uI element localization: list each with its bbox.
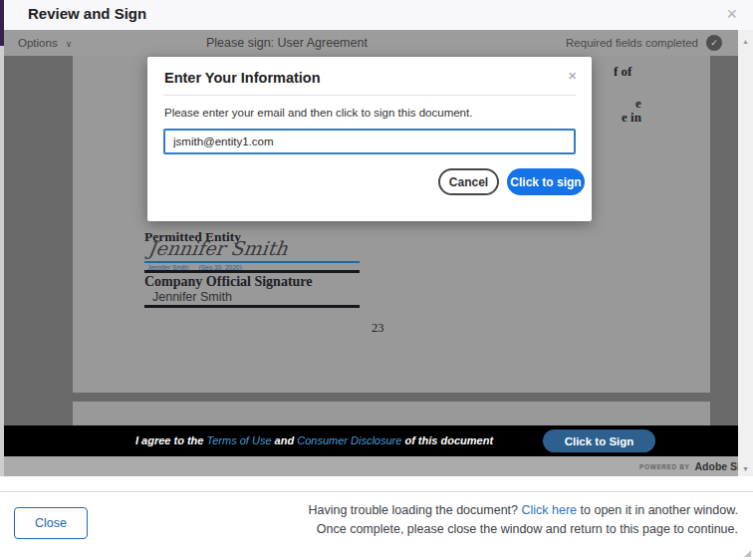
signature-script: Jennifer Smith — [146, 237, 289, 259]
footer-help-text: Having trouble loading the document? Cli… — [180, 501, 738, 539]
document-title: Please sign: User Agreement — [206, 30, 368, 56]
email-input[interactable] — [163, 129, 576, 154]
terms-of-use-link[interactable]: Terms of Use — [207, 434, 272, 446]
doc-text-fragment: f of — [614, 64, 631, 80]
footer-divider — [0, 491, 753, 492]
dialog-titlebar: Review and Sign × — [4, 0, 753, 30]
page-number: 23 — [372, 321, 384, 336]
doc-text-fragment: e in — [622, 110, 641, 126]
click-here-link[interactable]: Click here — [522, 503, 578, 517]
agree-middle: and — [272, 434, 298, 446]
agree-prefix: I agree to the — [135, 434, 207, 446]
dialog-close-icon[interactable]: × — [726, 4, 737, 24]
modal-close-icon[interactable]: × — [568, 67, 577, 84]
review-and-sign-dialog: Review and Sign × Options ∨ Please sign:… — [0, 0, 753, 560]
help-line1-pre: Having trouble loading the document? — [308, 503, 521, 517]
modal-divider — [163, 95, 576, 96]
dialog-title: Review and Sign — [28, 5, 146, 22]
powered-by-label: POWERED BY — [639, 463, 689, 470]
cancel-button[interactable]: Cancel — [438, 168, 499, 195]
help-line1-post: to open it in another window. — [577, 503, 738, 517]
consumer-disclosure-link[interactable]: Consumer Disclosure — [297, 434, 401, 446]
click-to-sign-button[interactable]: Click to Sign — [543, 429, 655, 452]
help-line2: Once complete, please close the window a… — [317, 522, 738, 536]
check-circle-icon: ✓ — [706, 35, 722, 51]
options-label: Options — [18, 37, 58, 49]
required-fields-label: Required fields completed — [566, 37, 698, 49]
powered-by-strip: POWERED BY Adobe Si — [4, 456, 738, 476]
click-to-sign-modal-button[interactable]: Click to sign — [507, 168, 585, 195]
check-icon: ✓ — [710, 38, 718, 48]
modal-title: Enter Your Information — [164, 70, 321, 86]
close-button[interactable]: Close — [14, 507, 88, 539]
signature-underline — [144, 261, 360, 263]
scroll-up-icon[interactable]: ▲ — [738, 38, 753, 45]
sign-toolbar: Options ∨ Please sign: User Agreement Re… — [4, 30, 738, 56]
required-fields-status: Required fields completed ✓ — [566, 30, 722, 56]
divider-line — [144, 305, 360, 308]
dialog-footer: Close Having trouble loading the documen… — [0, 476, 753, 560]
scroll-down-icon[interactable]: ▼ — [738, 465, 753, 472]
options-menu[interactable]: Options ∨ — [18, 30, 72, 57]
company-official-label: Company Official Signature — [144, 274, 313, 290]
company-official-name: Jennifer Smith — [152, 290, 232, 304]
agree-suffix: of this document — [401, 434, 493, 446]
chevron-down-icon: ∨ — [66, 39, 73, 49]
agree-bar: I agree to the Terms of Use and Consumer… — [4, 425, 738, 456]
modal-actions: Cancel Click to sign — [438, 168, 585, 195]
enter-information-modal: Enter Your Information × Please enter yo… — [147, 57, 592, 221]
resize-handle-icon[interactable]: ◢ — [744, 548, 751, 558]
divider-line — [144, 270, 360, 273]
modal-instruction-text: Please enter your email and then click t… — [164, 107, 472, 119]
vertical-scrollbar[interactable]: ▲ ▼ — [738, 30, 753, 476]
adobe-sign-logo: Adobe Si — [694, 460, 738, 472]
agree-text: I agree to the Terms of Use and Consumer… — [135, 425, 493, 456]
document-page-next — [73, 402, 710, 425]
